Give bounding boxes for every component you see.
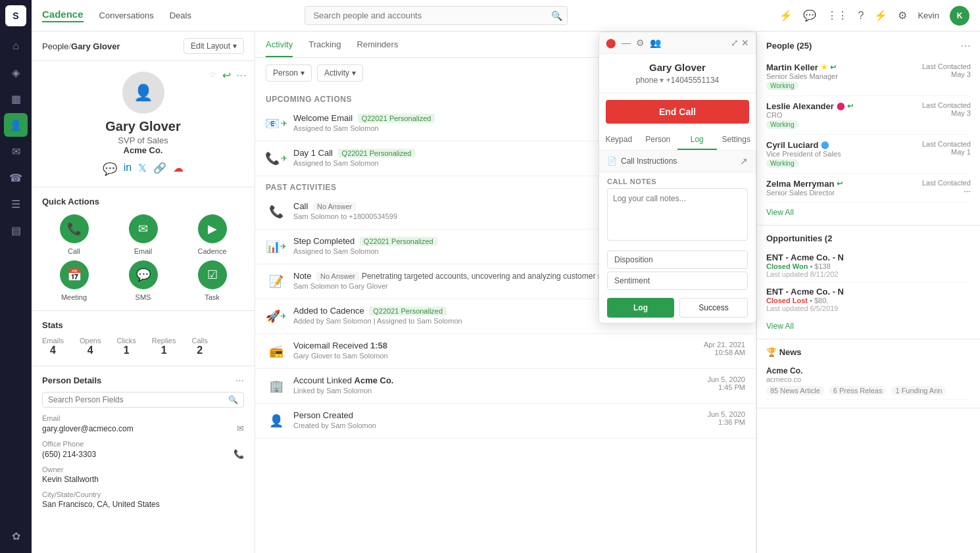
user-name[interactable]: Kevin bbox=[918, 11, 939, 20]
martin-arrow-icon: ↩ bbox=[830, 63, 836, 72]
news-article-count: 85 News Article bbox=[766, 386, 824, 395]
person-fields-input[interactable] bbox=[48, 395, 224, 404]
sidebar-item-analytics[interactable]: ▤ bbox=[4, 218, 28, 242]
search-input[interactable] bbox=[305, 6, 568, 25]
people-more-icon[interactable]: ⋯ bbox=[960, 39, 971, 52]
tab-keypad[interactable]: Keypad bbox=[599, 130, 639, 150]
log-button[interactable]: Log bbox=[607, 298, 674, 318]
martin-name[interactable]: Martin Keller ★ ↩ bbox=[766, 62, 922, 72]
phone-label: Office Phone bbox=[42, 440, 244, 448]
opp-item-2: ENT - Acme Co. - N Closed Lost • $80, La… bbox=[766, 283, 971, 316]
sidebar-item-calls[interactable]: ☎ bbox=[4, 166, 28, 189]
news-source[interactable]: Acme Co. bbox=[766, 366, 971, 375]
meeting-button[interactable]: 📅 Meeting bbox=[42, 260, 106, 301]
call-notes-input[interactable] bbox=[607, 188, 748, 241]
news-icon: 🏆 bbox=[766, 347, 777, 357]
cadence-button[interactable]: ▶ Cadence bbox=[180, 214, 244, 255]
more-options-icon[interactable]: ⋯ bbox=[236, 69, 247, 82]
call-instructions-external-icon[interactable]: ↗ bbox=[740, 156, 748, 166]
call-minimize-icon[interactable]: — bbox=[622, 37, 631, 48]
task-button[interactable]: ☑ Task bbox=[180, 260, 244, 301]
sidebar-item-settings[interactable]: ✿ bbox=[4, 524, 28, 548]
cyril-name[interactable]: Cyril Luciard ⬤ bbox=[766, 140, 922, 150]
settings-icon[interactable]: ⚙ bbox=[898, 9, 907, 22]
person-fields-search[interactable]: 🔍 bbox=[42, 392, 244, 408]
leslie-name[interactable]: Leslie Alexander ⬤ ↩ bbox=[766, 101, 922, 111]
deals-link[interactable]: Deals bbox=[170, 11, 191, 20]
zelma-name[interactable]: Zelma Merryman ↩ bbox=[766, 179, 922, 189]
success-button[interactable]: Success bbox=[679, 298, 748, 318]
account-linked-icon: 🏢 bbox=[266, 375, 287, 397]
call-expand-icon[interactable]: ⤢ bbox=[731, 37, 739, 48]
person-item-martin: Martin Keller ★ ↩ Senior Sales Manager W… bbox=[766, 57, 971, 96]
people-list: Martin Keller ★ ↩ Senior Sales Manager W… bbox=[766, 57, 971, 203]
call-button[interactable]: 📞 Call bbox=[42, 214, 106, 255]
activity-filter-button[interactable]: Activity ▾ bbox=[317, 64, 363, 82]
messages-icon[interactable]: 💬 bbox=[803, 9, 816, 22]
email-copy-icon[interactable]: ✉ bbox=[237, 423, 244, 433]
call-record-icon[interactable]: ⬤ bbox=[606, 37, 616, 48]
person-details-section: Person Details ⋯ 🔍 Email gary.glover@acm… bbox=[32, 366, 255, 525]
star-icon[interactable]: ☆ bbox=[208, 69, 217, 82]
opportunities-view-all[interactable]: View All bbox=[766, 316, 971, 331]
drift-icon[interactable]: 💬 bbox=[103, 162, 117, 176]
sidebar-item-email[interactable]: ✉ bbox=[4, 139, 28, 163]
person-filter-button[interactable]: Person ▾ bbox=[266, 64, 312, 82]
call-instructions-label[interactable]: Call Instructions bbox=[621, 156, 677, 166]
call-tabs: Keypad Person Log Settings bbox=[599, 130, 756, 151]
tab-activity[interactable]: Activity bbox=[266, 39, 293, 57]
sidebar-item-people[interactable]: 👤 bbox=[4, 113, 28, 137]
opp2-name[interactable]: ENT - Acme Co. - N bbox=[766, 287, 971, 297]
brand-link[interactable]: Cadence bbox=[42, 9, 84, 22]
back-icon[interactable]: ↩ bbox=[222, 69, 231, 82]
news-header: 🏆 News bbox=[766, 347, 971, 357]
profile-company[interactable]: Acme Co. bbox=[42, 145, 244, 155]
edit-layout-button[interactable]: Edit Layout ▾ bbox=[184, 38, 244, 54]
logo[interactable]: S bbox=[5, 5, 26, 26]
avatar[interactable]: K bbox=[950, 6, 969, 26]
call-settings-icon[interactable]: ⚙ bbox=[636, 37, 645, 48]
twitter-icon[interactable]: 𝕏 bbox=[138, 162, 147, 176]
tab-settings[interactable]: Settings bbox=[717, 130, 756, 150]
tab-person[interactable]: Person bbox=[639, 130, 678, 150]
owner-value: Kevin Stallworth bbox=[42, 475, 244, 484]
cyril-last-contacted-date: May 1 bbox=[922, 148, 971, 156]
opp1-name[interactable]: ENT - Acme Co. - N bbox=[766, 252, 971, 262]
activity-icon[interactable]: ⚡ bbox=[779, 9, 793, 22]
people-section-title: People (25) bbox=[766, 41, 812, 51]
voicemail-subtitle: Gary Glover to Sam Solomon bbox=[293, 352, 697, 360]
sentiment-select[interactable]: Sentiment bbox=[607, 272, 748, 290]
tab-tracking[interactable]: Tracking bbox=[308, 39, 341, 57]
tab-reminders[interactable]: Reminders bbox=[357, 39, 399, 57]
person-details-more[interactable]: ⋯ bbox=[235, 375, 244, 385]
linkedin-icon[interactable]: in bbox=[124, 162, 132, 176]
link-icon[interactable]: 🔗 bbox=[153, 162, 166, 176]
help-icon[interactable]: ? bbox=[858, 10, 864, 22]
lightning-icon[interactable]: ⚡ bbox=[874, 9, 887, 22]
conversations-link[interactable]: Conversations bbox=[99, 11, 154, 20]
disposition-select[interactable]: Disposition bbox=[607, 251, 748, 269]
phone-copy-icon[interactable]: 📞 bbox=[233, 449, 244, 459]
salesforce-icon[interactable]: ☁ bbox=[173, 162, 184, 176]
grid-apps-icon[interactable]: ⋮⋮ bbox=[827, 9, 848, 22]
phone-chevron-icon[interactable]: ▾ bbox=[660, 76, 664, 85]
sidebar-item-home[interactable]: ⌂ bbox=[4, 34, 28, 58]
call-people-icon[interactable]: 👥 bbox=[650, 37, 661, 48]
tab-log[interactable]: Log bbox=[677, 130, 717, 150]
breadcrumb-current: Gary Glover bbox=[71, 41, 120, 51]
sidebar-item-tasks[interactable]: ☰ bbox=[4, 192, 28, 216]
email-button[interactable]: ✉ Email bbox=[111, 214, 175, 255]
people-view-all[interactable]: View All bbox=[766, 203, 971, 217]
call-close-icon[interactable]: ✕ bbox=[741, 37, 749, 48]
search-bar[interactable]: 🔍 bbox=[305, 6, 568, 25]
leslie-last-contacted-label: Last Contacted bbox=[922, 101, 971, 109]
end-call-button[interactable]: End Call bbox=[606, 100, 749, 124]
press-release-count: 6 Press Releas bbox=[829, 386, 887, 395]
breadcrumb-parent[interactable]: People bbox=[42, 41, 68, 51]
sms-button[interactable]: 💬 SMS bbox=[111, 260, 175, 301]
sidebar-item-reports[interactable]: ◈ bbox=[4, 60, 28, 84]
day1-call-badge: Q22021 Personalized bbox=[338, 149, 416, 158]
sidebar-item-grid[interactable]: ▦ bbox=[4, 87, 28, 110]
clicks-stat: Clicks 1 bbox=[116, 337, 135, 356]
quick-actions-grid: 📞 Call ✉ Email ▶ Cadence 📅 Meeting bbox=[42, 214, 244, 301]
